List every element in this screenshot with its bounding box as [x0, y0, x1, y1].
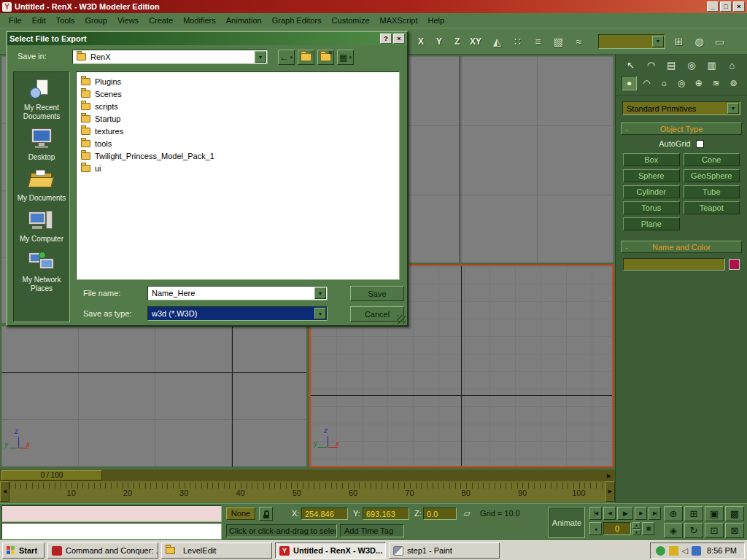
taskbar-item-paint[interactable]: step1 - Paint — [389, 542, 500, 559]
named-selection-dropdown[interactable]: ▼ — [598, 34, 665, 49]
menu-item[interactable]: Customize — [327, 14, 375, 27]
offset-mode-icon[interactable]: ▱ — [461, 508, 473, 520]
pan-icon[interactable]: ◈ — [664, 523, 683, 538]
viewport-bottom-left[interactable]: z y x — [1, 326, 306, 467]
close-button[interactable]: × — [733, 1, 745, 12]
menu-item[interactable]: File — [4, 14, 27, 27]
window-titlebar[interactable]: Y Untitled - RenX - W3D Modeler Edition … — [0, 0, 747, 13]
dropdown-arrow-icon[interactable]: ▼ — [314, 308, 326, 319]
track-bar[interactable]: 0 / 100 ▶ — [0, 470, 615, 481]
lights-category-icon[interactable]: ☼ — [657, 76, 672, 90]
object-type-rollout[interactable]: - Object Type — [621, 122, 742, 135]
place-recent-documents[interactable]: My Recent Documents — [15, 79, 69, 121]
min-max-toggle-icon[interactable]: ⊠ — [725, 523, 744, 538]
primitive-button[interactable]: Sphere — [623, 169, 680, 182]
mirror-icon[interactable]: ◭ — [488, 33, 506, 50]
name-color-rollout[interactable]: - Name and Color — [621, 241, 742, 253]
primitive-button[interactable]: Cone — [684, 153, 740, 166]
menu-item[interactable]: Help — [423, 14, 450, 27]
folder-item[interactable]: Twilight_Princess_Model_Pack_1 — [78, 149, 398, 162]
goto-start-button[interactable]: |◀ — [589, 507, 602, 520]
zoom-icon[interactable]: ⊕ — [664, 506, 683, 521]
array-icon[interactable]: ∷ — [508, 33, 527, 50]
helpers-category-icon[interactable]: ⊕ — [691, 76, 706, 90]
timeline-left-arrow[interactable]: ◀ — [0, 481, 9, 502]
tray-app-icon[interactable] — [669, 546, 678, 556]
goto-end-button[interactable]: ▶| — [649, 507, 661, 520]
menu-item[interactable]: Views — [112, 14, 144, 27]
x-coord-field[interactable]: 254.846 — [301, 508, 348, 520]
zoom-extents-icon[interactable]: ▣ — [705, 506, 724, 521]
create-tab-icon[interactable]: ↖ — [623, 58, 638, 72]
menu-item[interactable]: Tools — [51, 14, 80, 27]
restrict-z-button[interactable]: Z — [449, 33, 465, 50]
primitive-button[interactable]: Teapot — [684, 201, 740, 214]
menu-item[interactable]: MAXScript — [375, 14, 423, 27]
view-menu-icon[interactable]: ▦▾ — [337, 50, 354, 65]
menu-item[interactable]: Modifiers — [178, 14, 221, 27]
autogrid-checkbox[interactable] — [696, 140, 704, 148]
maximize-button[interactable]: □ — [720, 1, 732, 12]
primitive-button[interactable]: Tube — [684, 185, 740, 198]
animate-button[interactable]: Animate — [549, 507, 585, 538]
geometry-category-icon[interactable]: ● — [622, 76, 637, 90]
primitive-category-dropdown[interactable]: Standard Primitives ▼ — [622, 101, 740, 115]
volume-icon[interactable]: ◁ — [682, 546, 688, 556]
taskbar-item-leveledit[interactable]: LevelEdit — [161, 542, 272, 559]
save-in-dropdown[interactable]: RenX ▼ — [72, 50, 268, 64]
menu-item[interactable]: Group — [80, 14, 112, 27]
dialog-help-button[interactable]: ? — [380, 34, 392, 44]
timeline-right-arrow[interactable]: ▶ — [605, 481, 615, 502]
modify-tab-icon[interactable]: ◠ — [643, 58, 659, 72]
taskbar-item-cnc[interactable]: Command and Conquer: ... — [47, 542, 158, 559]
restrict-y-button[interactable]: Y — [431, 33, 447, 50]
utilities-tab-icon[interactable]: ⌂ — [724, 58, 740, 72]
taskbar-item-renx-active[interactable]: Y Untitled - RenX - W3D... — [275, 542, 386, 559]
material-editor-icon[interactable]: ◍ — [690, 33, 708, 50]
restrict-x-button[interactable]: X — [413, 33, 429, 50]
taskbar-clock[interactable]: 8:56 PM — [705, 546, 739, 555]
place-network-places[interactable]: My Network Places — [15, 252, 69, 293]
folder-item[interactable]: Scenes — [78, 88, 398, 100]
object-color-swatch[interactable] — [729, 259, 740, 270]
render-scene-icon[interactable]: ▭ — [711, 33, 729, 50]
menu-item[interactable]: Animation — [221, 14, 267, 27]
next-frame-button[interactable]: ▶ — [635, 507, 647, 520]
menu-item[interactable]: Edit — [27, 14, 51, 27]
dropdown-arrow-icon[interactable]: ▼ — [652, 36, 664, 47]
dropdown-arrow-icon[interactable]: ▼ — [255, 51, 266, 63]
motion-tab-icon[interactable]: ◎ — [684, 58, 699, 72]
selection-none-button[interactable]: None — [226, 508, 255, 520]
tray-status-icon[interactable] — [656, 546, 665, 556]
schematic-view-icon[interactable]: ⊞ — [670, 33, 688, 50]
object-name-field[interactable] — [623, 258, 725, 271]
layer-manager-icon[interactable]: ▧ — [549, 33, 568, 50]
key-mode-button[interactable]: ● — [589, 522, 602, 535]
selection-lock-icon[interactable] — [259, 507, 273, 521]
systems-category-icon[interactable]: ⊚ — [726, 76, 741, 90]
up-one-level-icon[interactable]: ↑ — [298, 50, 314, 65]
spinner-up-icon[interactable]: ▴ — [632, 522, 640, 529]
dialog-close-button[interactable]: × — [393, 34, 405, 44]
current-frame-field[interactable]: 0 — [603, 522, 631, 535]
primitive-button[interactable]: Box — [623, 153, 680, 166]
time-slider[interactable]: 0 / 100 — [1, 470, 102, 481]
folder-item[interactable]: Startup — [78, 112, 398, 125]
dropdown-arrow-icon[interactable]: ▼ — [727, 103, 739, 114]
new-folder-icon[interactable]: ∗ — [317, 50, 334, 65]
region-zoom-icon[interactable]: ⊡ — [705, 523, 724, 538]
tray-network-icon[interactable] — [692, 546, 701, 556]
folder-item[interactable]: tools — [78, 137, 398, 149]
dialog-titlebar[interactable]: Select File to Export ? × — [7, 32, 407, 45]
spacewarps-category-icon[interactable]: ≋ — [708, 76, 724, 90]
restrict-xy-button[interactable]: XY — [468, 33, 484, 50]
add-time-tag[interactable]: Add Time Tag — [340, 524, 404, 537]
primitive-button[interactable]: Cylinder — [623, 185, 680, 198]
primitive-button[interactable]: Torus — [623, 201, 680, 214]
play-button[interactable]: ▶ — [617, 507, 633, 520]
zoom-all-icon[interactable]: ⊞ — [684, 506, 703, 521]
time-config-button[interactable]: ▦ — [642, 522, 654, 535]
menu-item[interactable]: Graph Editors — [267, 14, 327, 27]
spinner-down-icon[interactable]: ▾ — [632, 529, 640, 536]
place-desktop[interactable]: Desktop — [15, 129, 69, 162]
